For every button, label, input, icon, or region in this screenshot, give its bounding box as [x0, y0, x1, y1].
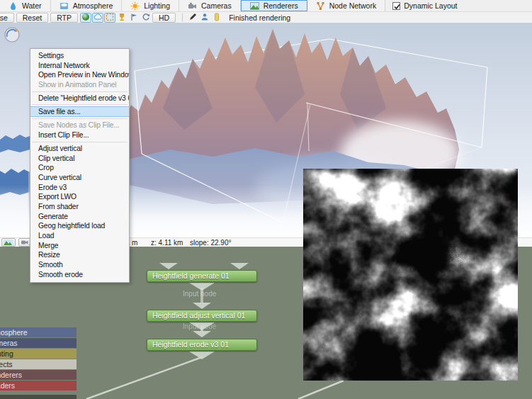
dynamic-layout-checkbox[interactable] [392, 2, 400, 10]
dashed-box-icon [106, 13, 114, 23]
water-drop-icon [9, 1, 18, 11]
node-context-menu: Settings Internal Network Open Preview i… [30, 48, 130, 283]
pen-icon [188, 13, 197, 23]
category-partial[interactable] [0, 395, 77, 399]
tab-renderers[interactable]: Renderers [241, 0, 307, 11]
toggle-atmosphere-preview[interactable] [92, 13, 103, 23]
menu-item-generate[interactable]: Generate [30, 212, 129, 222]
toggle-bounds[interactable] [104, 13, 115, 23]
user-tools-button[interactable] [199, 13, 210, 23]
render-thumbnail-icon [250, 1, 259, 11]
refresh-button[interactable] [140, 13, 152, 23]
sun-icon [130, 1, 140, 11]
statusbar-altitude: z: 4.11 km [151, 239, 183, 247]
tab-atmosphere[interactable]: Atmosphere [51, 0, 123, 11]
heightmap-texture [303, 169, 518, 381]
category-atmosphere[interactable]: Atmosphere [0, 327, 77, 337]
category-shaders[interactable]: Shaders [0, 381, 77, 390]
output-arrow [189, 352, 215, 359]
tab-node-network[interactable]: Node Network [307, 0, 386, 11]
category-lighting[interactable]: Lighting [0, 349, 77, 359]
menu-item-delete[interactable]: Delete "Heightfield erode v3 01" [30, 94, 129, 103]
menu-separator [32, 104, 128, 105]
menu-item-settings[interactable]: Settings [30, 51, 129, 61]
terragen-window: Water Atmosphere Lighting Cameras Render… [0, 0, 532, 399]
menu-item-insert-clip[interactable]: Insert Clip File... [30, 130, 129, 140]
mini-terrain-icon [4, 240, 13, 245]
marker-button[interactable] [211, 13, 222, 23]
menu-item-crop[interactable]: Crop [30, 163, 129, 173]
menu-item-show-in-animation-panel: Show in Animation Panel [30, 80, 129, 90]
toggle-render-quality[interactable] [116, 13, 128, 23]
menu-item-clip-vertical[interactable]: Clip vertical [30, 154, 129, 164]
node-heightfield-generate[interactable]: Heightfield generate 01 [147, 270, 257, 282]
reset-button[interactable]: Reset [16, 13, 48, 23]
pause-button[interactable]: Pause [0, 13, 14, 23]
menu-item-load[interactable]: Load [30, 231, 129, 241]
person-icon [200, 13, 209, 23]
toggle-flag[interactable] [128, 13, 140, 23]
paint-button[interactable] [187, 13, 198, 23]
menu-item-from-shader[interactable]: From shader [30, 202, 129, 212]
hd-button[interactable]: HD [152, 13, 176, 23]
tab-cameras[interactable]: Cameras [179, 0, 241, 11]
input-arrowhead [193, 303, 211, 309]
statusbar-slope: slope: 22.90° [190, 239, 232, 247]
render-toolbar: Pause Reset RTP HD Finishe [0, 12, 532, 23]
atmosphere-cloud-icon [60, 1, 69, 11]
statusbar-coord-fragment: m [132, 239, 137, 247]
input-arrowhead [230, 263, 249, 269]
refresh-icon [142, 13, 150, 23]
menu-separator [32, 142, 128, 142]
menu-item-erode-v3[interactable]: Erode v3 [30, 183, 129, 193]
menu-item-resize[interactable]: Resize [30, 250, 129, 260]
connection-label: Input node [183, 322, 216, 330]
tab-lighting-label: Lighting [144, 1, 170, 10]
menu-item-merge[interactable]: Merge [30, 241, 129, 251]
menu-separator [32, 118, 128, 119]
tab-atmosphere-label: Atmosphere [73, 1, 113, 10]
tab-node-network-label: Node Network [329, 1, 377, 10]
input-arrowhead [193, 331, 211, 337]
layout-tab-bar: Water Atmosphere Lighting Cameras Render… [0, 0, 532, 12]
tab-cameras-label: Cameras [201, 1, 232, 10]
toggle-planet-sphere[interactable] [80, 13, 91, 23]
menu-item-save-file-as[interactable]: Save file as... [30, 106, 129, 117]
menu-item-open-preview[interactable]: Open Preview in New Window [30, 70, 129, 80]
category-cameras[interactable]: Cameras [0, 338, 77, 348]
rtp-button[interactable]: RTP [50, 13, 78, 23]
menu-item-smooth-erode[interactable]: Smooth erode [30, 270, 129, 280]
node-heightfield-erode[interactable]: Heightfield erode v3 01 [147, 339, 257, 351]
trackball-icon[interactable] [4, 26, 21, 43]
mini-camera-icon [21, 240, 28, 245]
connection-label: Input node [183, 290, 216, 298]
dynamic-layout-toggle[interactable]: Dynamic Layout [385, 0, 464, 11]
trophy-icon [118, 13, 126, 23]
menu-item-internal-network[interactable]: Internal Network [30, 61, 129, 71]
menu-item-smooth[interactable]: Smooth [30, 260, 129, 270]
tab-renderers-label: Renderers [264, 1, 298, 10]
category-objects[interactable]: Objects [0, 359, 77, 369]
node-category-list: Atmosphere Cameras Lighting Objects Rend… [0, 327, 77, 399]
menu-item-save-nodes-clip: Save Nodes as Clip File... [30, 120, 129, 130]
tab-lighting[interactable]: Lighting [122, 0, 179, 11]
camera-icon [188, 1, 197, 11]
render-status-text: Finished rendering [229, 13, 290, 22]
tab-water-label: Water [22, 1, 42, 10]
tab-water[interactable]: Water [0, 0, 51, 11]
sphere-icon [81, 13, 90, 23]
preview-terrain-button[interactable] [1, 238, 16, 247]
node-heightfield-adjust-vertical[interactable]: Heightfield adjust vertical 01 [147, 310, 257, 322]
flag-icon [130, 13, 138, 23]
dynamic-layout-label: Dynamic Layout [404, 1, 457, 10]
heightfield-shader-preview[interactable] [303, 169, 518, 381]
yellow-marker-icon [214, 13, 220, 23]
node-network-icon [316, 1, 325, 11]
menu-item-geog-heightfield-load[interactable]: Geog heightfield load [30, 221, 129, 231]
toolbar-separator [182, 13, 183, 22]
menu-item-adjust-vertical[interactable]: Adjust vertical [30, 144, 129, 154]
menu-item-curve-vertical[interactable]: Curve vertical [30, 173, 129, 183]
category-renderers[interactable]: Renderers [0, 370, 77, 380]
menu-separator [32, 91, 128, 92]
menu-item-export-lwo[interactable]: Export LWO [30, 192, 129, 202]
